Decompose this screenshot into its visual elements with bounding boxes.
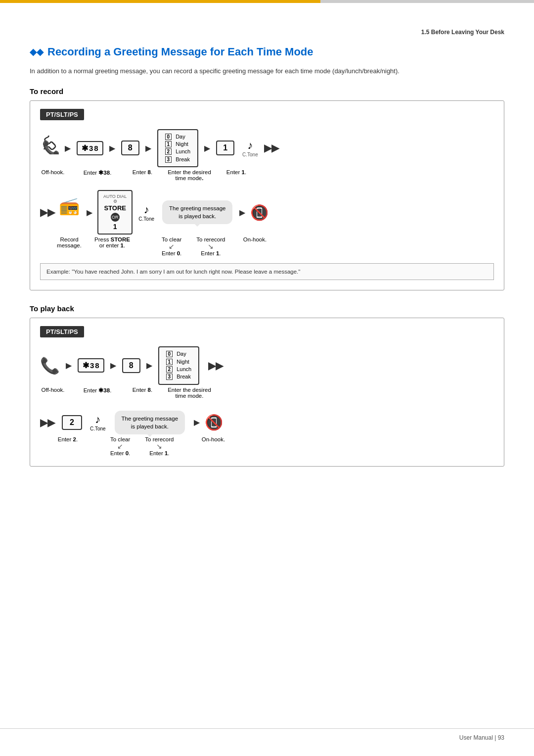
arrow3-playback: ▶ <box>146 361 152 370</box>
ctone-icon-record1: ♪ <box>247 139 253 152</box>
footer-label: User Manual <box>459 734 493 741</box>
playback-bubble-record: The greeting messageis played back. <box>162 200 232 224</box>
star38-key-playback: ✱ 3 8 <box>78 358 104 373</box>
footer-page: 93 <box>498 734 504 741</box>
label-enter38-record: Enter ✱38. <box>80 169 115 176</box>
ctone-label-record2: C.Tone <box>138 216 154 222</box>
label-toclear-record: To clear ↙ Enter 0. <box>162 236 181 256</box>
playback-bubble-playback: The greeting messageis played back. <box>115 411 185 434</box>
arrow2-record: ▶ <box>109 143 115 153</box>
label-torerecord-playback: To rerecord ↘ Enter 1. <box>145 436 174 456</box>
label-timemode-playback: Enter the desiredtime mode. <box>165 387 214 399</box>
label-enter8-record: Enter 8. <box>130 169 155 175</box>
time-mode-box-playback: 0Day 1Night 2Lunch 3Break <box>158 346 200 385</box>
example-note: Example: "You have reached John. I am so… <box>40 263 494 280</box>
key8-record: 8 <box>121 141 139 155</box>
arrow3-record: ▶ <box>145 143 151 153</box>
playback-pt-label: PT/SLT/PS <box>40 326 84 337</box>
label-onhook-playback: On-hook. <box>198 436 228 442</box>
header-bar <box>0 0 534 3</box>
dbl-arrow1-record: ▶▶ <box>264 142 279 154</box>
title-text: Recording a Greeting Message for Each Ti… <box>47 46 313 58</box>
ctone-icon-playback: ♪ <box>95 413 100 426</box>
label-offhook-playback: Off-hook. <box>40 387 66 393</box>
ctone-label-record1: C.Tone <box>242 152 258 157</box>
dbl-arrow2-playback: ▶▶ <box>40 417 55 428</box>
dbl-arrow1-playback: ▶▶ <box>208 360 223 372</box>
time-mode-box-record: 0Day 1Night 2Lunch 3Break <box>157 129 199 168</box>
label-enter38-playback: Enter ✱38. <box>80 387 115 394</box>
ctone-label-playback: C.Tone <box>90 426 106 431</box>
offhook-icon-playback: 📞 <box>40 356 60 375</box>
playback-diagram-box: PT/SLT/PS 📞 ▶ ✱ 3 8 ▶ 8 ▶ 0Day 1Ni <box>30 318 504 467</box>
label-torerecord-record: To rerecord ↘ Enter 1. <box>196 236 225 256</box>
svg-text:📞: 📞 <box>42 140 59 154</box>
arrow1-playback: ▶ <box>66 361 72 370</box>
ctone-icon-record2: ♪ <box>144 203 149 216</box>
label-offhook-record: Off-hook. <box>40 169 66 175</box>
label-record-record: Recordmessage. <box>55 236 84 248</box>
section-header: 1.5 Before Leaving Your Desk <box>30 29 504 36</box>
arrow5-record: ▶ <box>87 208 92 217</box>
label-pressstore-record: Press STOREor enter 1. <box>92 236 132 248</box>
arrow1-record: ▶ <box>65 143 71 153</box>
star38-key-record: ✱ 3 8 <box>77 141 103 155</box>
playback-section-title: To play back <box>30 304 504 313</box>
onhook-icon-playback: 📵 <box>205 414 223 431</box>
key2-playback: 2 <box>62 415 82 430</box>
store-box-record: AUTO DIAL ⚙ STORE OR 1 <box>97 190 133 235</box>
key1-record: 1 <box>216 141 234 155</box>
label-onhook-record: On-hook. <box>240 236 269 242</box>
label-enter8-playback: Enter 8. <box>130 387 155 393</box>
record-pt-label: PT/SLT/PS <box>40 109 84 120</box>
arrow6-record: ▶ <box>239 208 245 217</box>
record-mic-icon: 🎙️ 📻 <box>60 200 82 225</box>
label-enter2-playback: Enter 2. <box>55 436 81 442</box>
onhook-icon-record: 📵 <box>250 204 268 221</box>
record-section-title: To record <box>30 87 504 95</box>
label-toclear-playback: To clear ↙ Enter 0. <box>110 436 130 456</box>
arrow4-playback: ▶ <box>194 418 200 427</box>
dbl-arrow2-record: ▶▶ <box>40 206 55 218</box>
arrow4-record: ▶ <box>204 143 210 153</box>
offhook-icon-record: 📞 <box>40 136 59 158</box>
arrow2-playback: ▶ <box>110 361 116 370</box>
label-timemode-record: Enter the desiredtime mode. <box>165 169 214 181</box>
page-title: ◆◆ Recording a Greeting Message for Each… <box>30 46 504 58</box>
label-enter1-record: Enter 1. <box>224 169 249 175</box>
key8-playback: 8 <box>122 358 140 373</box>
footer-divider <box>0 728 534 729</box>
intro-text: In addition to a normal greeting message… <box>30 66 504 76</box>
record-diagram-box: PT/SLT/PS 📞 ▶ ✱ 3 8 ▶ 8 ▶ <box>30 100 504 291</box>
title-diamonds: ◆◆ <box>30 47 44 57</box>
footer: User Manual | 93 <box>459 734 504 741</box>
